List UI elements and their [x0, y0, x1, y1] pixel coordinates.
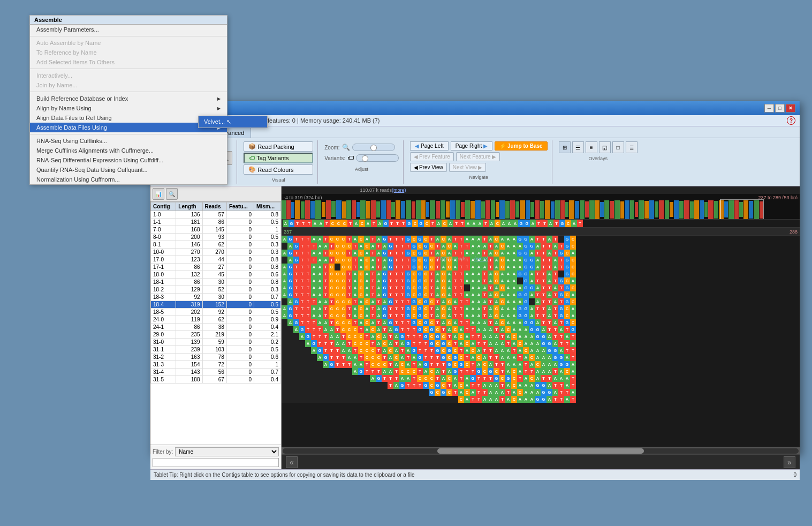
overlay-btn-4[interactable]: ◱ [599, 141, 611, 153]
read-packing-icon: 📦 [248, 143, 256, 150]
base-cell: A [352, 368, 358, 375]
base-cell: G [529, 319, 535, 326]
scrollbar-track[interactable] [283, 448, 799, 454]
prev-view-button[interactable]: ◀ Prev View [410, 163, 447, 172]
close-button[interactable]: ✕ [786, 104, 795, 112]
jump-to-base-button[interactable]: ⚡ Jump to Base [495, 141, 547, 151]
contig-table-row[interactable]: 18-2 129 52 0 0.3 [151, 286, 281, 294]
nav-left-arrow[interactable]: « [286, 456, 298, 468]
contig-table-row[interactable]: 31-5 188 67 0 0.4 [151, 376, 281, 384]
page-left-button[interactable]: ◀ Page Left [410, 141, 449, 151]
mismatch-cell: 0.8 [254, 264, 281, 271]
menu-item-align-by-name[interactable]: Align by Name Using ▶ [30, 103, 227, 113]
tag-variants-button[interactable]: 🏷 Tag Variants [244, 153, 313, 163]
base-cell: A [523, 333, 529, 340]
base-cell: A [282, 250, 287, 257]
overlay-btn-1[interactable]: ⊞ [559, 141, 571, 153]
nav-right-arrow[interactable]: » [784, 456, 795, 468]
contig-table-row[interactable]: 31-4 143 56 0 0.7 [151, 369, 281, 376]
overlay-btn-2[interactable]: ☰ [572, 141, 584, 153]
read-colours-button[interactable]: 🎨 Read Colours [244, 164, 313, 175]
filter-input[interactable] [153, 458, 279, 467]
base-cell: G [452, 354, 458, 361]
sidebar-chart-button[interactable]: 📊 [153, 188, 164, 200]
menu-item-rnaseq-cufflinks[interactable]: RNA-Seq Using Cufflinks... [30, 136, 227, 146]
menu-item-assemble-data-files[interactable]: Assemble Data Files Using ▶ [30, 123, 227, 132]
contig-table-row[interactable]: 8-1 146 62 0 0.3 [151, 241, 281, 249]
contig-table-row[interactable]: 10-0 270 270 0 0.3 [151, 249, 281, 256]
help-icon[interactable]: ? [787, 116, 795, 125]
contig-table-row[interactable]: 1-0 136 57 0 0.8 [151, 211, 281, 219]
contig-table-row[interactable]: 17-0 123 44 0 0.8 [151, 256, 281, 264]
menu-item-normalize[interactable]: Normalization Using Cuffnorm... [30, 175, 227, 184]
contig-table-row[interactable]: 29-0 235 219 0 2.1 [151, 331, 281, 339]
base-cell: A [505, 347, 511, 354]
col-features[interactable]: Featu... [226, 202, 254, 211]
base-cell [329, 375, 335, 382]
svg-rect-67 [610, 201, 614, 219]
contig-table-row[interactable]: 8-0 200 93 0 0.5 [151, 234, 281, 241]
base-cell: A [505, 270, 511, 277]
scrollbar-thumb[interactable] [437, 448, 644, 454]
maximize-button[interactable]: □ [775, 104, 785, 112]
menu-item-rnaseq-diff[interactable]: RNA-Seq Differential Expression Using Cu… [30, 155, 227, 165]
contig-table-row[interactable]: 31-1 239 103 0 0.5 [151, 346, 281, 354]
col-length[interactable]: Length [176, 202, 202, 211]
contig-table-row[interactable]: 18-0 132 45 0 0.6 [151, 271, 281, 279]
page-right-button[interactable]: Page Right ▶ [451, 141, 492, 151]
submenu-item-velvet[interactable]: Velvet... ↖ [199, 116, 267, 127]
base-cell: A [558, 347, 564, 354]
filter-select[interactable]: Name [175, 447, 279, 456]
menu-item-assembly-params[interactable]: Assembly Parameters... [30, 25, 227, 34]
contig-table-row[interactable]: 24-0 119 62 0 0.9 [151, 316, 281, 324]
base-cell: T [393, 298, 399, 305]
sidebar-search-button[interactable]: 🔍 [166, 188, 178, 200]
sequence-row: AGTTTAATCCCTACATAGTTTGCGCTACATTAAATACAAA… [282, 319, 800, 326]
submenu-arrow: ▶ [217, 106, 221, 111]
menu-item-build-ref-db[interactable]: Build Reference Database or Index ▶ [30, 94, 227, 103]
prev-view-icon: ◀ [414, 164, 418, 170]
overlay-btn-5[interactable]: □ [612, 141, 624, 153]
svg-rect-96 [754, 200, 759, 220]
variants-slider[interactable] [356, 154, 399, 162]
horizontal-scrollbar[interactable] [282, 447, 800, 454]
base-cell: T [411, 326, 417, 333]
consensus-base: T [389, 220, 394, 227]
reads-more-link[interactable]: (more) [392, 187, 406, 193]
col-contig[interactable]: Contig [151, 202, 176, 211]
col-mismatch[interactable]: Mism... [254, 202, 281, 211]
menu-item-quantify-rnaseq[interactable]: Quantify RNA-Seq Data Using Cuffquant... [30, 165, 227, 175]
base-cell: A [317, 236, 323, 243]
contig-table-row[interactable]: 18-5 202 92 0 0.5 [151, 309, 281, 316]
base-cell: T [517, 354, 523, 361]
overlay-btn-6[interactable]: ≣ [626, 141, 638, 153]
col-reads[interactable]: Reads [202, 202, 226, 211]
contig-table-row[interactable]: 18-1 86 30 0 0.8 [151, 279, 281, 286]
contig-table-row[interactable]: 1-1 181 86 0 0.5 [151, 219, 281, 226]
overlay-btn-3[interactable]: ≡ [586, 141, 597, 153]
base-cell: A [317, 305, 323, 312]
menu-item-merge-cufflinks[interactable]: Merge Cufflinks Alignments with Cuffmerg… [30, 146, 227, 155]
base-cell [317, 382, 323, 389]
read-packing-button[interactable]: 📦 Read Packing [244, 141, 313, 152]
minimize-button[interactable]: ─ [764, 104, 774, 112]
sequence-row: AGTTTAATCCCTACATAGTTTGCGCTACATTAAATACAAA… [282, 264, 800, 270]
base-cell: A [458, 389, 464, 396]
base-cell [441, 396, 446, 403]
reads-more-link[interactable]: (more) [474, 256, 489, 261]
contig-table-row[interactable]: 17-1 86 27 0 0.8 [151, 264, 281, 271]
svg-rect-77 [659, 200, 664, 220]
base-cell [340, 368, 346, 375]
contig-table-row[interactable]: 31-0 139 59 0 0.2 [151, 339, 281, 346]
contig-table-row[interactable]: 18-4 319 152 0 0.5 [151, 301, 281, 309]
contig-table-row[interactable]: 18-3 92 30 0 0.7 [151, 294, 281, 301]
contig-table-row[interactable]: 24-1 86 38 0 0.4 [151, 324, 281, 331]
base-cell: A [505, 319, 511, 326]
menu-item-align-data-files[interactable]: Align Data Files to Ref Using ▶ [30, 113, 227, 123]
overview-bar[interactable]: -4 to 319 (324 bp) 237 to 289 (53 bp) [282, 194, 800, 220]
contig-table-row[interactable]: 31-3 154 72 0 1 [151, 361, 281, 369]
zoom-slider[interactable] [352, 144, 395, 151]
contig-table-row[interactable]: 31-2 163 78 0 0.6 [151, 354, 281, 361]
base-cell: T [358, 326, 364, 333]
contig-table-row[interactable]: 7-0 168 145 0 1 [151, 226, 281, 234]
